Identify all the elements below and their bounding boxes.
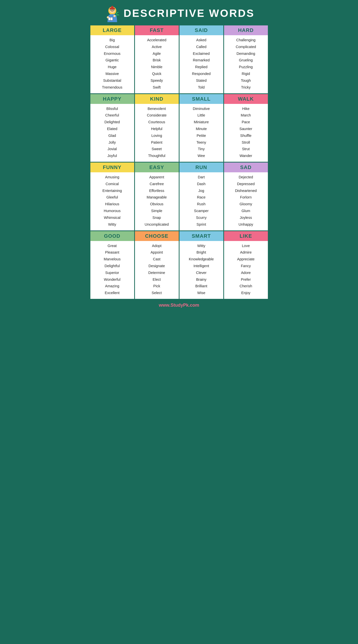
word-item: Thoughtful [147, 152, 166, 159]
word-item: Snap [145, 214, 169, 221]
cell-header-happy: HAPPY [90, 94, 134, 104]
word-item: Witty [189, 243, 214, 249]
grid-cell-said: SAIDAskedCalledExclaimedRemarkedRepliedR… [180, 25, 223, 93]
word-item: Wise [189, 290, 214, 296]
word-item: Saunter [239, 126, 252, 132]
grid-cell-choose: CHOOSEAdoptAppointCastDesignateDetermine… [135, 231, 179, 299]
word-item: Colossal [102, 44, 122, 50]
cell-header-smart: SMART [180, 231, 223, 241]
footer: www.StudyPk.com [90, 300, 269, 311]
word-item: Gloomy [235, 201, 257, 208]
grid-cell-hard: HARDChallengingComplicatedDemandingGruel… [224, 25, 268, 93]
word-item: Grueling [236, 57, 256, 64]
word-item: Excellent [104, 290, 121, 296]
word-item: Simple [145, 208, 169, 214]
cell-body-good: GreatPleasantMarvelousDelightfulSuperior… [103, 241, 122, 299]
word-item: Tremendous [102, 84, 122, 91]
cell-header-said: SAID [180, 25, 223, 35]
word-item: Little [193, 112, 210, 119]
word-item: Asked [192, 37, 210, 44]
cell-body-said: AskedCalledExclaimedRemarkedRepliedRespo… [191, 35, 211, 93]
header-avatar-icon [103, 5, 121, 22]
word-item: Carefree [145, 181, 169, 187]
word-item: Responded [192, 70, 210, 77]
word-item: Quick [147, 70, 166, 77]
word-item: Brisk [147, 57, 166, 64]
grid-cell-kind: KINDBenevolentConsiderateCourteousHelpfu… [135, 94, 179, 162]
word-item: Scurry [194, 214, 208, 221]
word-item: Determine [148, 269, 165, 276]
word-item: Hilarious [102, 201, 122, 208]
word-item: Benevolent [147, 105, 166, 112]
word-item: Delighted [104, 119, 120, 126]
word-item: Stated [192, 77, 210, 84]
word-item: Courteous [147, 119, 166, 126]
word-item: Pleasant [104, 249, 121, 256]
word-item: Wonderful [104, 276, 121, 283]
cell-header-large: LARGE [90, 25, 134, 35]
cell-header-like: LIKE [224, 231, 268, 241]
word-item: Appoint [148, 249, 165, 256]
word-item: Elect [148, 276, 165, 283]
cell-body-large: BigColossalEnormousGiganticHugeMassiveSu… [101, 35, 123, 93]
word-item: Strut [239, 146, 252, 152]
cell-body-run: DartDashJogRaceRushScamperScurrySprint [193, 172, 209, 230]
word-item: Cast [148, 256, 165, 263]
grid-cell-good: GOODGreatPleasantMarvelousDelightfulSupe… [90, 231, 134, 299]
word-item: Brilliant [189, 283, 214, 290]
word-item: Hike [239, 105, 252, 112]
word-item: Knowledgeable [189, 256, 214, 263]
word-item: Demanding [236, 50, 256, 57]
word-item: Glum [235, 208, 257, 214]
word-item: Shuffle [239, 132, 252, 139]
cell-body-small: DiminutiveLittleMiniatureMinutePetiteTee… [192, 104, 211, 162]
word-item: Active [147, 44, 166, 50]
word-item: Teeny [193, 139, 210, 146]
word-item: Helpful [147, 126, 166, 132]
word-item: Jovial [104, 146, 120, 152]
word-item: Obvious [145, 201, 169, 208]
grid-cell-fast: FASTAcceleratedActiveAgileBriskNimbleQui… [135, 25, 179, 93]
word-item: Called [192, 44, 210, 50]
word-item: March [239, 112, 252, 119]
word-item: Comical [102, 181, 122, 187]
grid-cell-large: LARGEBigColossalEnormousGiganticHugeMass… [90, 25, 134, 93]
word-item: Love [237, 243, 255, 249]
cell-body-sad: DejectedDepressedDisheartenedForlornGloo… [234, 172, 258, 230]
word-item: Considerate [147, 112, 166, 119]
word-item: Depressed [235, 181, 257, 187]
word-item: Wander [239, 152, 252, 159]
word-item: Gigantic [102, 57, 122, 64]
word-item: Cherish [237, 283, 255, 290]
grid-cell-small: SMALLDiminutiveLittleMiniatureMinutePeti… [180, 94, 223, 162]
page-title: DESCRIPTIVE WORDS [124, 7, 255, 19]
word-item: Delightful [104, 263, 121, 269]
word-item: Joyful [104, 152, 120, 159]
grid-cell-funny: FUNNYAmusingComicalEntertainingGleefulHi… [90, 163, 134, 230]
page-wrapper: DESCRIPTIVE WORDS LARGEBigColossalEnormo… [90, 0, 269, 311]
cell-body-walk: HikeMarchPaceSaunterShuffleStrollStrutWa… [238, 104, 253, 162]
word-item: Designate [148, 263, 165, 269]
word-item: Brainy [189, 276, 214, 283]
word-item: Joyless [235, 214, 257, 221]
word-item: Tiny [193, 146, 210, 152]
word-item: Stroll [239, 139, 252, 146]
word-item: Miniature [193, 119, 210, 126]
cell-header-good: GOOD [90, 231, 134, 241]
word-item: Forlorn [235, 194, 257, 201]
word-item: Disheartened [235, 187, 257, 194]
grid-cell-walk: WALKHikeMarchPaceSaunterShuffleStrollStr… [224, 94, 268, 162]
word-item: Petite [193, 132, 210, 139]
cell-body-like: LoveAdmireAppreciateFancyAdorePreferCher… [236, 241, 256, 299]
word-item: Told [192, 84, 210, 91]
word-item: Accelerated [147, 37, 166, 44]
word-item: Humorous [102, 208, 122, 214]
word-item: Diminutive [193, 105, 210, 112]
word-item: Admire [237, 249, 255, 256]
word-item: Tricky [236, 84, 256, 91]
word-item: Massive [102, 70, 122, 77]
word-item: Pace [239, 119, 252, 126]
cell-body-choose: AdoptAppointCastDesignateDetermineElectP… [147, 241, 166, 299]
word-item: Substantial [102, 77, 122, 84]
word-item: Bright [189, 249, 214, 256]
